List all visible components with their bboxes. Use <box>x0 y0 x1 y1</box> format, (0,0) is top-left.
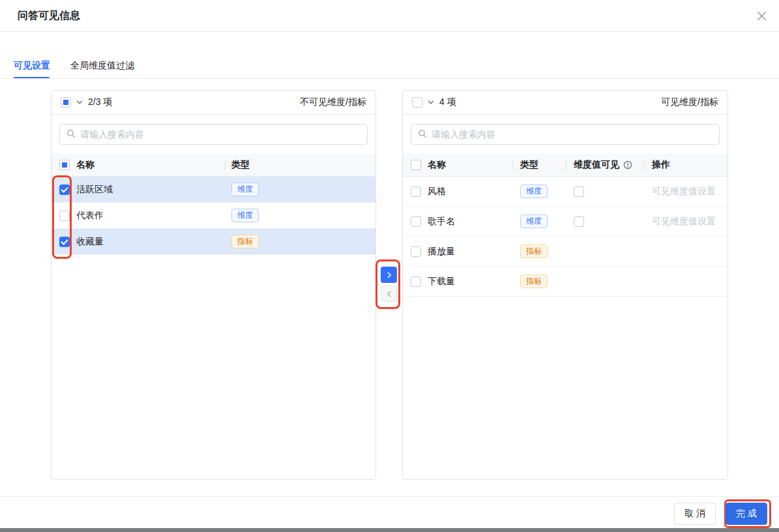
row-checkbox[interactable] <box>411 276 421 287</box>
close-icon[interactable] <box>754 8 769 23</box>
left-column-name: 名称 <box>76 159 231 171</box>
right-table-header: 名称 类型 维度值可见 操作 <box>403 154 728 177</box>
left-search-input[interactable] <box>80 129 360 140</box>
row-name: 收藏量 <box>76 236 231 248</box>
row-name: 播放量 <box>428 246 520 258</box>
row-checkbox[interactable] <box>411 186 421 197</box>
left-column-type: 类型 <box>231 159 368 171</box>
table-row[interactable]: 歌手名 维度 可见维度值设置 <box>403 207 728 237</box>
type-tag: 指标 <box>520 274 548 288</box>
right-select-all-checkbox[interactable] <box>412 97 422 108</box>
row-name: 下载量 <box>428 276 520 288</box>
right-column-dim-visible: 维度值可见 <box>574 159 652 171</box>
row-checkbox[interactable] <box>59 237 70 247</box>
table-row[interactable]: 代表作 维度 <box>51 203 375 229</box>
right-panel-header: 4 项 可见维度/指标 <box>403 91 728 115</box>
dialog-footer: 取 消 完 成 <box>0 503 767 525</box>
row-checkbox[interactable] <box>59 185 70 195</box>
page-title: 问答可见信息 <box>18 9 80 23</box>
type-tag: 维度 <box>231 209 259 222</box>
table-row[interactable]: 播放量 指标 <box>403 237 728 267</box>
right-column-action: 操作 <box>652 159 720 171</box>
left-panel-title: 不可见维度/指标 <box>300 96 366 108</box>
tab-visible-settings[interactable]: 可见设置 <box>14 57 50 73</box>
dim-visible-label: 维度值可见 <box>574 159 619 171</box>
dim-value-checkbox[interactable] <box>574 186 584 197</box>
left-selected-count: 2/3 项 <box>88 96 112 108</box>
tab-global-dimension-filter[interactable]: 全局维度值过滤 <box>70 57 134 73</box>
visible-dim-values-link[interactable]: 可见维度值设置 <box>652 186 716 196</box>
table-row[interactable]: 风格 维度 可见维度值设置 <box>403 177 728 207</box>
chevron-down-icon[interactable] <box>427 98 435 106</box>
visible-items-panel: 4 项 可见维度/指标 名称 类型 维度值可见 操作 风格 维度 可见维度值设置… <box>402 90 728 480</box>
window-bottom-edge <box>0 528 779 532</box>
dialog-header: 问答可见信息 <box>0 0 779 32</box>
type-tag: 指标 <box>231 235 259 248</box>
left-select-all-checkbox[interactable] <box>61 97 71 108</box>
tabs-divider <box>0 78 779 79</box>
right-column-name: 名称 <box>428 159 520 171</box>
cancel-button[interactable]: 取 消 <box>674 503 716 525</box>
row-name: 活跃区域 <box>76 184 231 196</box>
move-left-button[interactable] <box>381 286 397 302</box>
row-name: 风格 <box>428 186 520 198</box>
chevron-down-icon[interactable] <box>76 98 83 106</box>
type-tag: 指标 <box>520 244 548 258</box>
table-row[interactable]: 收藏量 指标 <box>51 229 375 255</box>
info-icon[interactable] <box>623 160 632 170</box>
search-icon <box>418 129 427 140</box>
visible-dim-values-link[interactable]: 可见维度值设置 <box>652 216 716 226</box>
invisible-items-panel: 2/3 项 不可见维度/指标 名称 类型 活跃区域 维度 代表作 维度 收藏量 … <box>51 90 376 480</box>
row-checkbox[interactable] <box>411 246 421 257</box>
right-search-input[interactable] <box>432 129 713 140</box>
dim-value-checkbox[interactable] <box>574 216 584 227</box>
confirm-button[interactable]: 完 成 <box>726 503 767 525</box>
row-checkbox[interactable] <box>59 211 70 221</box>
row-name: 代表作 <box>76 210 231 222</box>
row-checkbox[interactable] <box>411 216 421 227</box>
left-table-body: 活跃区域 维度 代表作 维度 收藏量 指标 <box>51 177 375 255</box>
left-table-header: 名称 类型 <box>51 154 375 177</box>
right-selected-count: 4 项 <box>439 96 456 108</box>
table-row[interactable]: 下载量 指标 <box>403 267 728 297</box>
right-search-box <box>411 124 720 145</box>
right-panel-title: 可见维度/指标 <box>661 96 718 108</box>
right-table-select-all-checkbox[interactable] <box>411 160 421 170</box>
type-tag: 维度 <box>520 185 548 198</box>
right-table-body: 风格 维度 可见维度值设置 歌手名 维度 可见维度值设置 播放量 指标 下载量 … <box>403 177 728 297</box>
left-panel-header: 2/3 项 不可见维度/指标 <box>51 91 375 115</box>
row-name: 歌手名 <box>428 216 520 228</box>
table-row[interactable]: 活跃区域 维度 <box>51 177 375 203</box>
move-right-button[interactable] <box>381 267 397 283</box>
left-table-select-all-checkbox[interactable] <box>59 160 70 170</box>
footer-divider <box>0 496 779 497</box>
search-icon <box>66 129 76 140</box>
left-search-box <box>59 124 368 145</box>
tab-bar: 可见设置 全局维度值过滤 <box>0 53 779 79</box>
type-tag: 维度 <box>231 183 259 196</box>
type-tag: 维度 <box>520 214 548 228</box>
